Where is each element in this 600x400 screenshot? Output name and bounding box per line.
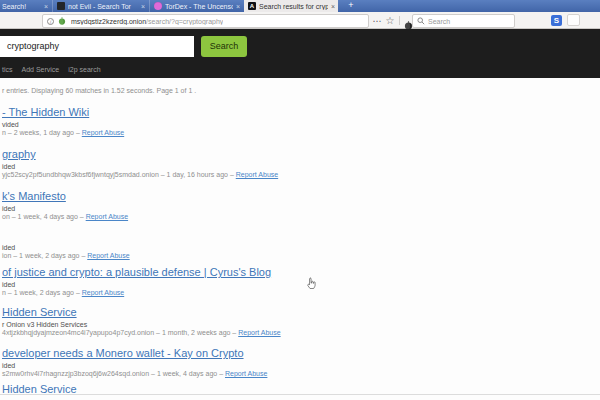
report-abuse-link[interactable]: Report Abuse	[87, 252, 129, 259]
search-result: ided ion – 1 week, 2 days ago – Report A…	[2, 241, 130, 259]
onion-circuit-icon[interactable]	[58, 17, 66, 26]
url-bar[interactable]: i msydqstlz2kzerdg.onion/search/?q=crypt…	[42, 14, 369, 28]
tab-tordex[interactable]: TorDex - The Uncensored Tor Sea ×	[149, 0, 243, 12]
search-result: developer needs a Monero wallet - Kay on…	[2, 347, 267, 377]
close-tab-icon[interactable]: ×	[41, 3, 51, 10]
result-meta: on – 1 week, 4 days ago – Report Abuse	[2, 213, 128, 220]
result-meta: yjc52scy2pf5undbhqw3kbsf6fjwntqyj5smdad.…	[2, 171, 278, 178]
result-meta: ion – 1 week, 2 days ago – Report Abuse	[2, 252, 130, 259]
noscript-icon[interactable]: S	[551, 15, 562, 26]
result-description: ided	[2, 163, 278, 170]
site-info-icon[interactable]: i	[47, 18, 54, 25]
results-summary: r entries. Displaying 60 matches in 1.52…	[2, 87, 196, 94]
link-add-service[interactable]: Add Service	[22, 66, 60, 73]
url-domain: msydqstlz2kzerdg.onion	[71, 18, 146, 25]
result-meta-text: s2mw0rhv4i7rhagnzzjp3bzoq6j6w264sqd.onio…	[2, 370, 225, 377]
tab-active-ahmia[interactable]: A Search results for cryptography ×	[244, 0, 338, 12]
report-abuse-link[interactable]: Report Abuse	[236, 171, 278, 178]
search-icon	[417, 17, 425, 25]
result-meta-text: yjc52scy2pf5undbhqw3kbsf6fjwntqyj5smdad.…	[2, 171, 236, 178]
result-description: ided	[2, 205, 128, 212]
search-result: - The Hidden Wiki vided n – 2 weeks, 1 d…	[2, 106, 124, 136]
site-header: cryptography Search tics Add Service i2p…	[0, 29, 600, 78]
result-description: ided	[2, 244, 130, 251]
search-result: k's Manifesto ided on – 1 week, 4 days a…	[2, 190, 128, 220]
tab-1[interactable]: Search! ×	[0, 0, 51, 12]
tab-title: not Evil - Search Tor	[68, 3, 138, 10]
result-title-link[interactable]: k's Manifesto	[2, 190, 128, 202]
result-description: vided	[2, 121, 124, 128]
report-abuse-link[interactable]: Report Abuse	[82, 129, 124, 136]
result-description: ided	[2, 281, 271, 288]
link-i2p-search[interactable]: i2p search	[68, 66, 100, 73]
ahmia-favicon: A	[248, 2, 256, 10]
tordex-onion-favicon	[154, 2, 162, 10]
result-divider	[0, 394, 600, 395]
result-meta: n – 2 weeks, 1 day ago – Report Abuse	[2, 129, 124, 136]
site-search-input[interactable]: cryptography	[0, 36, 194, 57]
report-abuse-link[interactable]: Report Abuse	[225, 370, 267, 377]
result-description: r Onion v3 Hidden Services	[2, 321, 281, 328]
results-area: r entries. Displaying 60 matches in 1.52…	[0, 78, 600, 400]
result-title-link[interactable]: - The Hidden Wiki	[2, 106, 124, 118]
result-meta-text: on – 1 week, 4 days ago –	[2, 213, 86, 220]
tab-bar: Search! × not Evil - Search Tor × TorDex…	[0, 0, 600, 12]
notevil-favicon	[57, 2, 65, 10]
new-tab-button[interactable]: +	[344, 0, 358, 12]
url-path: /search/?q=cryptography	[146, 18, 223, 25]
result-title-link[interactable]: developer needs a Monero wallet - Kay on…	[2, 347, 267, 359]
result-title-link[interactable]: Hidden Service	[2, 306, 281, 318]
result-description: ided	[2, 362, 267, 369]
search-result: Hidden Service r Onion v3 Hidden Service…	[2, 306, 281, 336]
toolbar-separator	[399, 16, 400, 25]
report-abuse-link[interactable]: Report Abuse	[238, 329, 280, 336]
site-search-button[interactable]: Search	[201, 36, 247, 57]
result-title-link[interactable]: of justice and crypto: a plausible defen…	[2, 266, 271, 278]
report-abuse-link[interactable]: Report Abuse	[86, 213, 128, 220]
result-meta-text: n – 1 week, 2 days ago –	[2, 289, 82, 296]
result-meta-text: ion – 1 week, 2 days ago –	[2, 252, 87, 259]
tab-title: TorDex - The Uncensored Tor Sea	[165, 3, 233, 10]
close-tab-icon[interactable]: ×	[233, 3, 243, 10]
tab-notevil[interactable]: not Evil - Search Tor ×	[52, 0, 148, 12]
navigation-toolbar: i msydqstlz2kzerdg.onion/search/?q=crypt…	[0, 12, 600, 29]
search-result: of justice and crypto: a plausible defen…	[2, 266, 271, 296]
result-meta-text: n – 2 weeks, 1 day ago –	[2, 129, 82, 136]
tab-title: Search!	[2, 3, 41, 10]
report-abuse-link[interactable]: Report Abuse	[82, 289, 124, 296]
search-result: graphy ided yjc52scy2pf5undbhqw3kbsf6fjw…	[2, 148, 278, 178]
result-meta: 4xtjzkbhqjdyajmzeon4mc4i7yapupo4p7cyd.on…	[2, 329, 281, 336]
bookmark-star-icon[interactable]: ☆	[384, 15, 396, 27]
result-meta-text: 4xtjzkbhqjdyajmzeon4mc4i7yapupo4p7cyd.on…	[2, 329, 238, 336]
page-actions-icon[interactable]: ⋯	[371, 15, 383, 27]
toolbar-extra-button[interactable]	[567, 14, 580, 26]
toolbar-search-placeholder: Search	[428, 18, 450, 25]
result-meta: s2mw0rhv4i7rhagnzzjp3bzoq6j6w264sqd.onio…	[2, 370, 267, 377]
close-tab-icon[interactable]: ×	[138, 3, 148, 10]
tab-title: Search results for cryptography	[259, 3, 328, 10]
toolbar-search-field[interactable]: Search	[412, 14, 515, 28]
site-header-links: tics Add Service i2p search	[2, 66, 101, 73]
close-tab-icon[interactable]: ×	[328, 3, 338, 10]
link-statistics[interactable]: tics	[2, 66, 13, 73]
result-title-link[interactable]: graphy	[2, 148, 278, 160]
result-meta: n – 1 week, 2 days ago – Report Abuse	[2, 289, 271, 296]
url-text: msydqstlz2kzerdg.onion/search/?q=cryptog…	[71, 18, 223, 25]
